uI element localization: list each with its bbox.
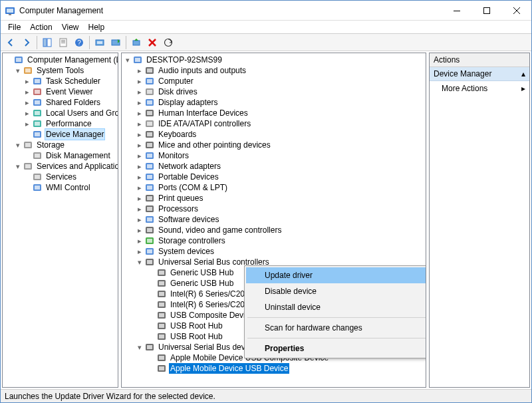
status-bar: Launches the Update Driver Wizard for th… (1, 389, 531, 402)
uninstall-device-button[interactable] (145, 35, 160, 50)
device-category[interactable]: ▸Storage controllers (122, 235, 426, 246)
maximize-button[interactable] (471, 1, 501, 20)
expand-icon[interactable]: ▾ (135, 257, 144, 267)
svg-rect-65 (147, 143, 152, 147)
context-menu-item[interactable]: Uninstall device (246, 299, 426, 315)
menu-action[interactable]: Action (25, 21, 57, 33)
forward-button[interactable] (19, 35, 34, 50)
expand-icon[interactable]: ▸ (135, 76, 144, 86)
device-category[interactable]: ▸Portable Devices (122, 172, 426, 182)
console-tree-item[interactable]: ▸Task Scheduler (3, 76, 118, 86)
expand-icon[interactable]: ▸ (135, 162, 144, 171)
close-button[interactable] (501, 1, 531, 20)
console-tree-pane[interactable]: Computer Management (Local)▾System Tools… (2, 53, 118, 388)
context-menu-item[interactable]: Disable device (246, 283, 426, 299)
device-tree-pane[interactable]: ▾DESKTOP-92SMS99▸Audio inputs and output… (121, 53, 426, 388)
device-category[interactable]: ▸Network adapters (122, 161, 426, 172)
device-category[interactable]: ▸Human Interface Devices (122, 108, 426, 118)
expand-icon[interactable]: ▸ (23, 76, 32, 86)
expand-icon[interactable]: ▸ (135, 108, 144, 118)
expand-icon[interactable]: ▾ (13, 66, 23, 75)
device-category[interactable]: ▸IDE ATA/ATAPI controllers (122, 118, 426, 129)
menu-help[interactable]: Help (84, 21, 110, 33)
menu-file[interactable]: File (3, 21, 25, 33)
device-category[interactable]: ▸Mice and other pointing devices (122, 140, 426, 150)
context-menu-item[interactable]: Properties (246, 340, 426, 356)
expand-icon[interactable]: ▸ (135, 130, 144, 139)
enable-device-button[interactable] (129, 35, 144, 50)
device-category[interactable]: ▸System devices (122, 246, 426, 257)
svg-rect-63 (147, 132, 152, 136)
actions-section[interactable]: Device Manager ▴ (430, 67, 529, 81)
expand-icon[interactable]: ▸ (23, 98, 32, 107)
console-tree-item[interactable]: ▾Services and Applications (3, 161, 118, 172)
expand-icon[interactable] (23, 151, 32, 160)
expand-icon[interactable]: ▸ (23, 119, 32, 128)
device-category[interactable]: ▸Computer (122, 76, 426, 86)
device-category[interactable]: ▸Sound, video and game controllers (122, 225, 426, 235)
device-category[interactable]: ▸Audio inputs and outputs (122, 65, 426, 76)
expand-icon[interactable] (23, 130, 32, 139)
back-button[interactable] (3, 35, 18, 50)
show-hide-tree-button[interactable] (40, 35, 55, 50)
expand-icon[interactable] (23, 172, 32, 182)
console-tree-item[interactable]: Computer Management (Local) (3, 55, 118, 65)
expand-icon[interactable]: ▸ (135, 66, 144, 75)
expand-icon[interactable]: ▸ (135, 140, 144, 150)
context-menu-item[interactable]: Scan for hardware changes (246, 320, 426, 336)
expand-icon[interactable]: ▾ (123, 55, 132, 65)
device-category[interactable]: ▸Keyboards (122, 129, 426, 140)
device-item[interactable]: Apple Mobile Device USB Device (122, 363, 426, 374)
expand-icon[interactable]: ▸ (135, 236, 144, 245)
update-driver-tool-button[interactable] (108, 35, 123, 50)
console-tree-item[interactable]: Services (3, 172, 118, 182)
sys-icon (144, 246, 155, 257)
device-category[interactable]: ▸Ports (COM & LPT) (122, 182, 426, 193)
properties-button[interactable] (56, 35, 70, 50)
device-category[interactable]: ▸Print queues (122, 193, 426, 203)
minimize-button[interactable] (442, 1, 471, 20)
device-root[interactable]: ▾DESKTOP-92SMS99 (122, 55, 426, 65)
expand-icon[interactable]: ▸ (23, 87, 32, 96)
console-tree-item[interactable]: Disk Management (3, 150, 118, 161)
expand-icon[interactable]: ▾ (13, 140, 23, 150)
console-tree-item[interactable]: Device Manager (3, 129, 118, 140)
expand-icon[interactable]: ▸ (135, 98, 144, 107)
scan-changes-button[interactable] (161, 35, 176, 50)
expand-icon[interactable] (4, 55, 13, 65)
expand-icon[interactable]: ▾ (13, 162, 23, 171)
console-tree-item[interactable]: ▸Shared Folders (3, 97, 118, 108)
device-category[interactable]: ▸Processors (122, 203, 426, 214)
console-tree-item[interactable]: ▸Performance (3, 118, 118, 129)
expand-icon[interactable]: ▸ (135, 225, 144, 235)
expand-icon[interactable]: ▸ (23, 108, 32, 118)
svg-rect-3 (454, 11, 460, 11)
expand-icon[interactable]: ▸ (135, 204, 144, 213)
more-actions-item[interactable]: More Actions ▸ (430, 81, 529, 96)
device-category[interactable]: ▸Software devices (122, 214, 426, 225)
expand-icon[interactable]: ▸ (135, 172, 144, 182)
expand-icon[interactable]: ▸ (135, 87, 144, 96)
console-tree-item[interactable]: ▾Storage (3, 140, 118, 150)
expand-icon[interactable]: ▸ (135, 247, 144, 256)
mmc-icon (13, 55, 24, 65)
expand-icon[interactable]: ▸ (135, 183, 144, 192)
console-tree-item[interactable]: ▸Local Users and Groups (3, 108, 118, 118)
console-tree-item[interactable]: ▾System Tools (3, 65, 118, 76)
console-tree-item[interactable]: WMI Control (3, 182, 118, 193)
expand-icon[interactable]: ▸ (135, 151, 144, 160)
expand-icon[interactable]: ▸ (135, 215, 144, 224)
scan-hardware-button[interactable] (92, 35, 107, 50)
device-category[interactable]: ▸Monitors (122, 150, 426, 161)
menu-view[interactable]: View (57, 21, 84, 33)
tree-item-label: Storage (35, 140, 66, 150)
device-category[interactable]: ▸Display adapters (122, 97, 426, 108)
expand-icon[interactable]: ▸ (135, 194, 144, 203)
device-category[interactable]: ▸Disk drives (122, 86, 426, 97)
expand-icon[interactable]: ▾ (135, 342, 144, 352)
expand-icon[interactable] (23, 183, 32, 192)
console-tree-item[interactable]: ▸Event Viewer (3, 86, 118, 97)
context-menu-item[interactable]: Update driver (246, 267, 426, 283)
help-button[interactable]: ? (72, 35, 86, 50)
expand-icon[interactable]: ▸ (135, 119, 144, 128)
